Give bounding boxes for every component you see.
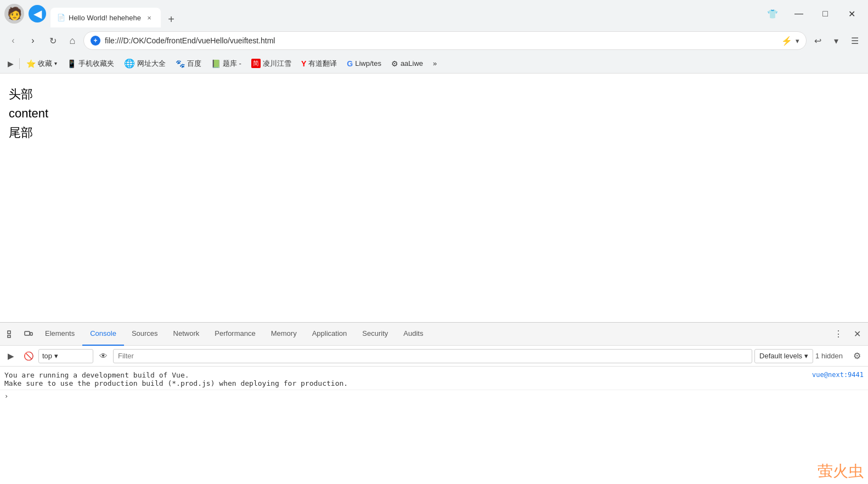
devtools-close-button[interactable]: ✕ [848, 325, 866, 343]
browser-tab-active[interactable]: 📄 Hello World! hehehehe × [50, 8, 161, 27]
profile-icon-button[interactable]: 👕 [760, 5, 785, 22]
svg-rect-2 [30, 333, 32, 335]
bookmark-item-more[interactable]: » [429, 57, 441, 71]
prompt-chevron-icon: › [4, 392, 8, 400]
bookmark-item-tiku[interactable]: 📗 题库 - [207, 57, 246, 71]
tab-application[interactable]: Application [305, 323, 355, 346]
bookmark-item-baidu[interactable]: 🐾 百度 [171, 57, 206, 71]
new-tab-button[interactable]: + [163, 11, 179, 27]
devtools-more: ⋮ ✕ [830, 325, 866, 343]
page-text-line-2: content [9, 104, 859, 123]
levels-label: Default levels [759, 352, 802, 360]
bookmark-item-favorites[interactable]: ⭐ 收藏 ▾ [22, 57, 61, 71]
close-button[interactable]: ✕ [839, 5, 864, 22]
filter-input-wrap[interactable] [113, 349, 752, 363]
bookmark-label: 凌川江雪 [263, 59, 291, 69]
minimize-button[interactable]: — [787, 5, 811, 22]
right-nav-icons: ↩ ▾ ☰ [809, 32, 864, 49]
forward-button[interactable]: › [24, 32, 42, 49]
bookmark-label: 手机收藏夹 [78, 59, 114, 69]
bookmark-label: 收藏 [38, 59, 52, 69]
tab-audits[interactable]: Audits [396, 323, 431, 346]
title-bar: 🧑 ◀ 📄 Hello World! hehehehe × + 👕 — □ [0, 0, 868, 27]
baidu-icon: 🐾 [176, 59, 185, 68]
tab-memory[interactable]: Memory [263, 323, 305, 346]
levels-arrow-icon: ▾ [804, 352, 808, 360]
bookmark-label: 有道翻译 [308, 59, 337, 69]
maximize-button[interactable]: □ [813, 5, 837, 22]
address-bar-row: ‹ › ↻ ⌂ + file:///D:/OK/Code/frontEnd/vu… [0, 27, 868, 54]
execute-script-button[interactable]: ▶ [3, 348, 19, 364]
svg-rect-0 [8, 331, 10, 334]
page-content: 头部 content 尾部 [0, 74, 868, 322]
chevron-down-icon[interactable]: ▾ [796, 37, 799, 45]
tab-sources[interactable]: Sources [124, 323, 166, 346]
home-button[interactable]: ⌂ [64, 32, 81, 49]
profile-avatar[interactable]: 🧑 [4, 4, 24, 24]
separator [19, 58, 20, 69]
bookmark-item-web[interactable]: 🌐 网址大全 [120, 57, 170, 71]
profile-nav-button[interactable]: ◀ [29, 5, 46, 22]
context-value: top [42, 352, 52, 360]
responsive-mode-button[interactable] [20, 325, 37, 343]
page-text-line-1: 头部 [9, 85, 859, 104]
context-selector[interactable]: top ▾ [38, 349, 93, 363]
menu-button[interactable]: ☰ [846, 32, 864, 49]
bookmark-label: 百度 [187, 59, 201, 69]
back-icon: ‹ [12, 36, 14, 46]
bookmark-item-lingchuan[interactable]: 简 凌川江雪 [247, 57, 296, 71]
secure-icon: + [91, 36, 100, 46]
address-bar-icons: ⚡ ▾ [781, 36, 799, 46]
filter-input[interactable] [118, 352, 747, 360]
back-button[interactable]: ‹ [4, 32, 22, 49]
console-output: You are running a development build of V… [0, 367, 868, 484]
star-icon: ⭐ [26, 59, 36, 68]
tab-elements[interactable]: Elements [37, 323, 82, 346]
devtools-tab-bar: Elements Console Sources Network Perform… [0, 323, 868, 346]
bookmark-item-youdao[interactable]: Y 有道翻译 [297, 57, 341, 71]
inspect-element-button[interactable] [2, 325, 20, 343]
log-levels-button[interactable]: Default levels ▾ [754, 349, 813, 363]
window-controls: 👕 — □ ✕ [760, 5, 864, 22]
console-settings-button[interactable]: ⚙ [849, 348, 865, 364]
home-icon: ⌂ [70, 35, 76, 47]
youdao-icon: Y [301, 59, 306, 68]
bookmark-item-liwp[interactable]: G Liwp/tes [342, 57, 386, 71]
lingchuan-icon: 简 [251, 59, 261, 68]
g-icon: G [347, 59, 353, 68]
console-source-link[interactable]: vue@next:9441 [812, 371, 864, 379]
tab-title: Hello World! hehehehe [69, 14, 141, 22]
console-toolbar: ▶ 🚫 top ▾ 👁 Default levels ▾ 1 hidden ⚙ [0, 346, 868, 367]
tab-network[interactable]: Network [166, 323, 207, 346]
github-icon: ⚙ [391, 59, 398, 68]
context-dropdown-icon: ▾ [54, 352, 58, 360]
forward-icon: › [31, 36, 34, 46]
dropdown-icon: ▾ [54, 60, 57, 66]
console-message: You are running a development build of V… [0, 369, 868, 390]
bookmark-label: aaLiwe [401, 59, 423, 67]
address-bar[interactable]: + file:///D:/OK/Code/frontEnd/vueHello/v… [83, 31, 807, 50]
bookmark-label: 题库 - [223, 59, 241, 69]
sidebar-toggle[interactable]: ▶ [4, 57, 17, 71]
preserve-log-button[interactable]: 👁 [95, 348, 111, 364]
more-icon: » [433, 59, 437, 67]
tab-performance[interactable]: Performance [207, 323, 263, 346]
clear-console-button[interactable]: 🚫 [21, 348, 36, 364]
reload-button[interactable]: ↻ [44, 32, 61, 49]
bookmark-item-mobile[interactable]: 📱 手机收藏夹 [63, 57, 119, 71]
tab-favicon: 📄 [57, 14, 65, 21]
tab-console[interactable]: Console [82, 323, 124, 346]
devtools-more-button[interactable]: ⋮ [830, 325, 847, 343]
tab-security[interactable]: Security [354, 323, 396, 346]
bookmark-item-github[interactable]: ⚙ aaLiwe [387, 57, 427, 71]
lightning-icon: ⚡ [781, 36, 792, 46]
dropdown-arrow-button[interactable]: ▾ [827, 32, 845, 49]
devtools-panel: Elements Console Sources Network Perform… [0, 322, 868, 484]
console-prompt-line: › [0, 390, 868, 402]
address-url: file:///D:/OK/Code/frontEnd/vueHello/vue… [105, 36, 777, 45]
bookmark-label: Liwp/tes [355, 59, 381, 67]
tab-close-button[interactable]: × [144, 13, 154, 22]
web-icon: 🌐 [124, 58, 135, 69]
console-message-text: You are running a development build of V… [4, 371, 808, 387]
history-back-button[interactable]: ↩ [809, 32, 826, 49]
